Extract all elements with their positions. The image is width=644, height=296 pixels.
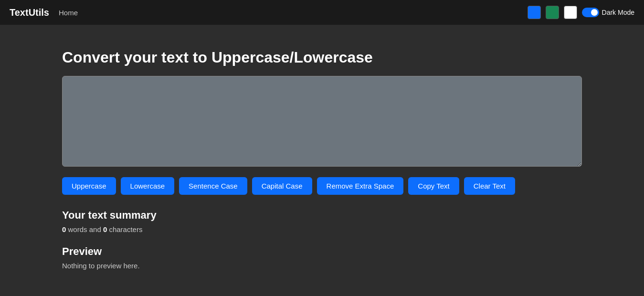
- buttons-row: Uppercase Lowercase Sentence Case Capita…: [62, 177, 582, 195]
- dark-mode-label-text: Dark Mode: [602, 9, 634, 16]
- color-btn-blue[interactable]: [528, 6, 541, 19]
- uppercase-button[interactable]: Uppercase: [62, 177, 116, 195]
- char-count: 0: [103, 225, 107, 233]
- preview-empty-text: Nothing to preview here.: [62, 262, 582, 270]
- toggle-slider: [582, 8, 599, 17]
- navbar-right: Dark Mode: [528, 6, 634, 19]
- word-count: 0: [62, 225, 66, 233]
- chars-label: characters: [109, 225, 142, 233]
- nav-home-link[interactable]: Home: [59, 9, 78, 17]
- brand-logo: TextUtils: [10, 7, 49, 18]
- page-title: Convert your text to Uppercase/Lowercase: [62, 49, 582, 66]
- color-btn-green[interactable]: [546, 6, 559, 19]
- capital-case-button[interactable]: Capital Case: [252, 177, 312, 195]
- copy-text-button[interactable]: Copy Text: [408, 177, 459, 195]
- text-input[interactable]: [62, 76, 582, 167]
- lowercase-button[interactable]: Lowercase: [121, 177, 175, 195]
- preview-section: Preview Nothing to preview here.: [62, 245, 582, 270]
- summary-title: Your text summary: [62, 209, 582, 222]
- dark-mode-toggle-label[interactable]: Dark Mode: [582, 8, 634, 17]
- sentence-case-button[interactable]: Sentence Case: [179, 177, 247, 195]
- main-content: Convert your text to Uppercase/Lowercase…: [0, 25, 644, 289]
- words-label: words and: [68, 225, 103, 233]
- summary-text: 0 words and 0 characters: [62, 225, 582, 233]
- navbar: TextUtils Home Dark Mode: [0, 0, 644, 25]
- navbar-left: TextUtils Home: [10, 7, 78, 18]
- remove-extra-space-button[interactable]: Remove Extra Space: [317, 177, 404, 195]
- color-btn-white[interactable]: [564, 6, 577, 19]
- dark-mode-toggle[interactable]: [582, 8, 599, 17]
- summary-section: Your text summary 0 words and 0 characte…: [62, 209, 582, 233]
- clear-text-button[interactable]: Clear Text: [464, 177, 515, 195]
- preview-title: Preview: [62, 245, 582, 258]
